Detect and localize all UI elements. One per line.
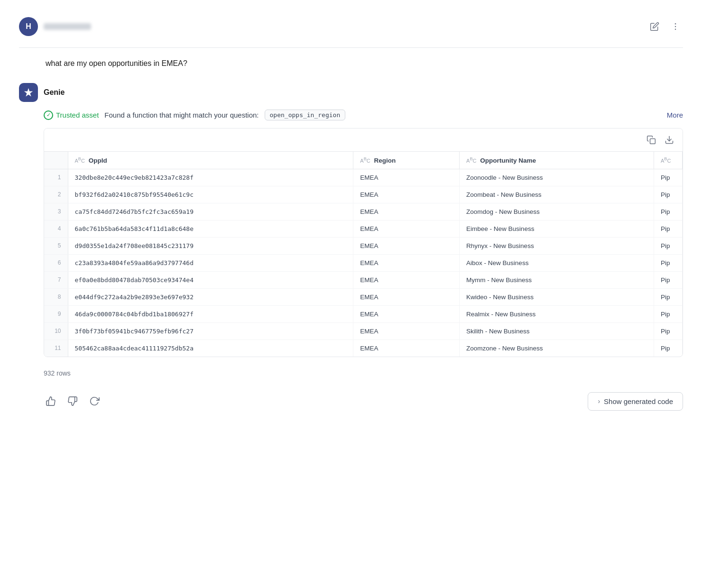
table-body: 1 320dbe8e20c449ec9eb821423a7c828f EMEA …	[44, 169, 683, 357]
cell-rownum: 9	[44, 305, 68, 322]
table-row: 9 46da9c0000784c04bfdbd1ba1806927f EMEA …	[44, 305, 683, 322]
results-table-container: ABC OppId ABC Region ABC Opportunity Nam…	[44, 128, 683, 357]
cell-extra: Pip	[654, 305, 683, 322]
cell-region: EMEA	[353, 271, 460, 288]
bottom-actions: › Show generated code	[19, 385, 683, 411]
thumbs-up-button[interactable]	[44, 394, 58, 408]
cell-region: EMEA	[353, 254, 460, 271]
more-link[interactable]: More	[667, 111, 683, 119]
cell-region: EMEA	[353, 288, 460, 305]
table-row: 2 bf932f6d2a02410c875bf95540e61c9c EMEA …	[44, 186, 683, 203]
table-row: 7 ef0a0e8bdd80478dab70503ce93474e4 EMEA …	[44, 271, 683, 288]
cell-opportunity-name: Zoomzone - New Business	[460, 340, 654, 357]
col-type-oppid: ABC	[75, 158, 85, 164]
username-blur	[44, 23, 91, 30]
copy-button[interactable]	[645, 133, 658, 147]
col-header-oppid: ABC OppId	[68, 152, 353, 169]
cell-opportunity-name: Zoomdog - New Business	[460, 203, 654, 220]
cell-opportunity-name: Realmix - New Business	[460, 305, 654, 322]
cell-region: EMEA	[353, 220, 460, 237]
copy-icon	[647, 135, 656, 145]
refresh-icon	[89, 396, 100, 406]
cell-oppid: c23a8393a4804fe59aa86a9d3797746d	[68, 254, 353, 271]
cell-opportunity-name: Mymm - New Business	[460, 271, 654, 288]
more-options-button[interactable]	[668, 19, 683, 34]
avatar: H	[19, 17, 38, 36]
col-type-extra: ABC	[661, 158, 671, 164]
download-button[interactable]	[663, 133, 676, 147]
svg-point-0	[675, 23, 676, 25]
cell-oppid: e044df9c272a4a2b9e2893e3e697e932	[68, 288, 353, 305]
cell-opportunity-name: Rhynyx - New Business	[460, 237, 654, 254]
col-label-oppid: OppId	[89, 157, 107, 164]
cell-opportunity-name: Zoonoodle - New Business	[460, 169, 654, 186]
cell-rownum: 3	[44, 203, 68, 220]
col-header-extra: ABC	[654, 152, 683, 169]
check-circle-icon: ✓	[44, 110, 53, 120]
cell-extra: Pip	[654, 340, 683, 357]
cell-opportunity-name: Zoombeat - New Business	[460, 186, 654, 203]
cell-region: EMEA	[353, 203, 460, 220]
refresh-button[interactable]	[87, 394, 102, 408]
col-type-region: ABC	[360, 158, 370, 164]
cell-oppid: 505462ca88aa4cdeac411119275db52a	[68, 340, 353, 357]
table-row: 11 505462ca88aa4cdeac411119275db52a EMEA…	[44, 340, 683, 357]
edit-icon	[650, 22, 659, 31]
table-scroll-container[interactable]: ABC OppId ABC Region ABC Opportunity Nam…	[44, 152, 683, 357]
cell-rownum: 6	[44, 254, 68, 271]
cell-rownum: 1	[44, 169, 68, 186]
trusted-asset-label: Trusted asset	[56, 111, 99, 119]
cell-region: EMEA	[353, 169, 460, 186]
col-type-opp-name: ABC	[466, 158, 476, 164]
svg-point-2	[675, 29, 676, 30]
cell-extra: Pip	[654, 220, 683, 237]
col-label-region: Region	[374, 157, 396, 164]
cell-rownum: 11	[44, 340, 68, 357]
show-generated-code-button[interactable]: › Show generated code	[588, 392, 683, 411]
table-row: 6 c23a8393a4804fe59aa86a9d3797746d EMEA …	[44, 254, 683, 271]
edit-button[interactable]	[647, 19, 662, 34]
trusted-asset-bar: ✓ Trusted asset Found a function that mi…	[19, 110, 683, 120]
genie-name: Genie	[44, 88, 65, 97]
cell-extra: Pip	[654, 271, 683, 288]
table-row: 3 ca75fc84dd7246d7b5fc2fc3ac659a19 EMEA …	[44, 203, 683, 220]
more-options-icon	[671, 22, 680, 31]
table-header: ABC OppId ABC Region ABC Opportunity Nam…	[44, 152, 683, 169]
col-header-region: ABC Region	[353, 152, 460, 169]
cell-region: EMEA	[353, 305, 460, 322]
genie-icon	[19, 83, 38, 102]
cell-opportunity-name: Eimbee - New Business	[460, 220, 654, 237]
thumbs-down-button[interactable]	[65, 394, 80, 408]
trusted-asset-badge: ✓ Trusted asset	[44, 110, 99, 120]
cell-oppid: 46da9c0000784c04bfdbd1ba1806927f	[68, 305, 353, 322]
cell-oppid: 6a0c761b5ba64da583c4f11d1a8c648e	[68, 220, 353, 237]
cell-region: EMEA	[353, 322, 460, 340]
table-row: 10 3f0bf73bf05941bc9467759efb96fc27 EMEA…	[44, 322, 683, 340]
user-question: what are my open opportunities in EMEA?	[19, 59, 683, 83]
table-row: 8 e044df9c272a4a2b9e2893e3e697e932 EMEA …	[44, 288, 683, 305]
header-left: H	[19, 17, 91, 36]
cell-region: EMEA	[353, 237, 460, 254]
cell-rownum: 4	[44, 220, 68, 237]
genie-response: Genie ✓ Trusted asset Found a function t…	[19, 83, 683, 411]
feedback-icons	[44, 394, 102, 408]
genie-header: Genie	[19, 83, 683, 102]
cell-oppid: 320dbe8e20c449ec9eb821423a7c828f	[68, 169, 353, 186]
cell-region: EMEA	[353, 186, 460, 203]
cell-extra: Pip	[654, 288, 683, 305]
cell-opportunity-name: Kwideo - New Business	[460, 288, 654, 305]
cell-extra: Pip	[654, 203, 683, 220]
show-code-label: Show generated code	[604, 397, 673, 405]
col-header-rownum	[44, 152, 68, 169]
cell-rownum: 7	[44, 271, 68, 288]
cell-oppid: ef0a0e8bdd80478dab70503ce93474e4	[68, 271, 353, 288]
cell-rownum: 10	[44, 322, 68, 340]
table-toolbar	[44, 129, 683, 152]
cell-region: EMEA	[353, 340, 460, 357]
header: H	[19, 9, 683, 48]
cell-extra: Pip	[654, 186, 683, 203]
table-row: 4 6a0c761b5ba64da583c4f11d1a8c648e EMEA …	[44, 220, 683, 237]
col-label-opp-name: Opportunity Name	[480, 157, 536, 164]
svg-point-1	[675, 26, 676, 28]
cell-opportunity-name: Skilith - New Business	[460, 322, 654, 340]
